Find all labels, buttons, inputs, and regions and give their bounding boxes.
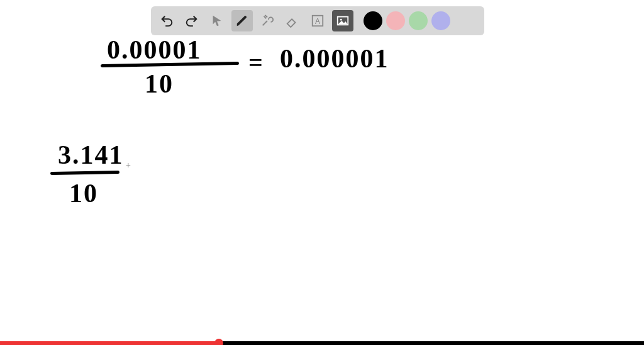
equation2-numerator: 3.141 [58,142,124,168]
text-button[interactable]: A [307,10,328,31]
eraser-button[interactable] [282,10,303,31]
svg-text:A: A [315,17,320,26]
redo-icon [185,14,199,28]
image-icon [336,14,350,28]
seekbar-progress [0,341,219,345]
redo-button[interactable] [181,10,203,31]
tools-button[interactable] [257,10,278,31]
pointer-icon [210,14,224,28]
color-purple[interactable] [431,11,450,30]
color-pink[interactable] [386,11,405,30]
undo-button[interactable] [156,10,177,31]
svg-point-3 [340,19,342,21]
undo-icon [160,14,174,28]
equation1-denominator: 10 [145,71,174,97]
image-button[interactable] [332,10,353,31]
tools-icon [260,14,274,28]
whiteboard-canvas[interactable]: { "toolbar": { "undo": "undo", "redo": "… [0,0,644,345]
drawing-toolbar: A [151,6,484,35]
pointer-button[interactable] [206,10,228,31]
eraser-icon [286,14,299,28]
pen-icon [235,14,249,28]
equation1-result: 0.000001 [280,45,389,72]
equation2-fraction-bar [50,171,119,175]
text-icon: A [311,14,325,28]
video-seekbar[interactable] [0,341,644,345]
pen-cursor-icon: + [126,161,131,170]
equation1-numerator: 0.00001 [107,37,202,63]
equation1-equals: = [248,50,263,76]
equation2-denominator: 10 [69,180,98,206]
color-black[interactable] [364,11,382,30]
seekbar-handle[interactable] [214,339,223,345]
pen-button[interactable] [231,10,253,31]
color-green[interactable] [409,11,428,30]
